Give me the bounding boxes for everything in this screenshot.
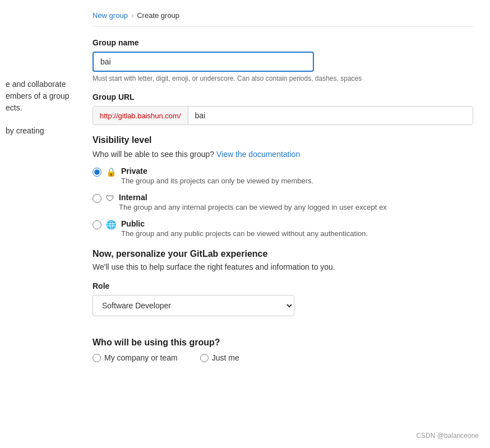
lock-icon: 🔒 (106, 167, 117, 177)
personalize-title: Now, personalize your GitLab experience (93, 249, 473, 259)
who-using-options: My company or team Just me (93, 353, 473, 362)
visibility-public-label[interactable]: Public (121, 219, 368, 228)
globe-icon: 🌐 (106, 220, 117, 230)
main-content: New group › Create group Group name Must… (87, 0, 490, 448)
who-justme-option: Just me (200, 353, 239, 362)
role-label: Role (93, 281, 473, 290)
visibility-docs-link[interactable]: View the documentation (216, 150, 300, 159)
visibility-public-option: 🌐 Public The group and any public projec… (93, 219, 473, 238)
who-using-section: Who will be using this group? My company… (93, 338, 473, 362)
header-divider (93, 26, 473, 27)
personalize-desc: We'll use this to help surface the right… (93, 262, 473, 271)
group-name-hint: Must start with letter, digit, emoji, or… (93, 75, 473, 82)
breadcrumb-parent[interactable]: New group (93, 11, 128, 20)
left-text-3: ects. (6, 103, 22, 112)
group-url-field: http://gitlab.baishun.com/ (93, 106, 473, 125)
who-company-radio[interactable] (93, 354, 101, 362)
group-url-input[interactable] (188, 107, 473, 124)
role-select[interactable]: Software Developer Frontend Developer Ba… (93, 295, 294, 316)
left-text-2: embers of a group (6, 91, 70, 100)
who-company-label[interactable]: My company or team (104, 353, 178, 362)
visibility-internal-option: 🛡 Internal The group and any internal pr… (93, 193, 473, 211)
shield-icon: 🛡 (106, 193, 114, 203)
breadcrumb-separator: › (131, 11, 133, 20)
who-using-title: Who will be using this group? (93, 338, 473, 348)
url-prefix: http://gitlab.baishun.com/ (93, 107, 188, 124)
visibility-internal-content: Internal The group and any internal proj… (119, 193, 387, 211)
breadcrumb-current: Create group (137, 11, 179, 20)
who-company-option: My company or team (93, 353, 178, 362)
visibility-title: Visibility level (93, 135, 473, 145)
footer-note: CSDN @balanceone (416, 432, 479, 440)
breadcrumb: New group › Create group (93, 11, 473, 20)
visibility-public-desc: The group and any public projects can be… (121, 229, 368, 238)
group-url-label: Group URL (93, 93, 473, 101)
group-name-input[interactable] (93, 52, 314, 72)
visibility-subtitle-text: Who will be able to see this group? (93, 150, 214, 159)
left-text-4: by creating (6, 126, 44, 135)
visibility-private-label[interactable]: Private (121, 167, 313, 175)
visibility-subtitle: Who will be able to see this group? View… (93, 150, 473, 159)
visibility-private-content: Private The group and its projects can o… (121, 167, 313, 185)
visibility-private-desc: The group and its projects can only be v… (121, 177, 313, 185)
group-name-label: Group name (93, 38, 473, 47)
visibility-public-content: Public The group and any public projects… (121, 219, 368, 238)
left-text-1: e and collaborate (6, 80, 66, 89)
who-justme-label[interactable]: Just me (212, 353, 239, 362)
visibility-private-option: 🔒 Private The group and its projects can… (93, 167, 473, 185)
visibility-private-radio[interactable] (93, 168, 101, 177)
visibility-internal-radio[interactable] (93, 194, 101, 203)
group-url-section: Group URL http://gitlab.baishun.com/ (93, 93, 473, 125)
visibility-internal-label[interactable]: Internal (119, 193, 387, 202)
visibility-internal-desc: The group and any internal projects can … (119, 203, 387, 211)
role-section: Role Software Developer Frontend Develop… (93, 281, 473, 327)
group-name-section: Group name Must start with letter, digit… (93, 38, 473, 82)
left-panel: e and collaborate embers of a group ects… (0, 0, 87, 448)
personalize-section: Now, personalize your GitLab experience … (93, 249, 473, 271)
who-justme-radio[interactable] (200, 354, 209, 362)
visibility-public-radio[interactable] (93, 220, 101, 229)
visibility-section: Visibility level Who will be able to see… (93, 135, 473, 238)
